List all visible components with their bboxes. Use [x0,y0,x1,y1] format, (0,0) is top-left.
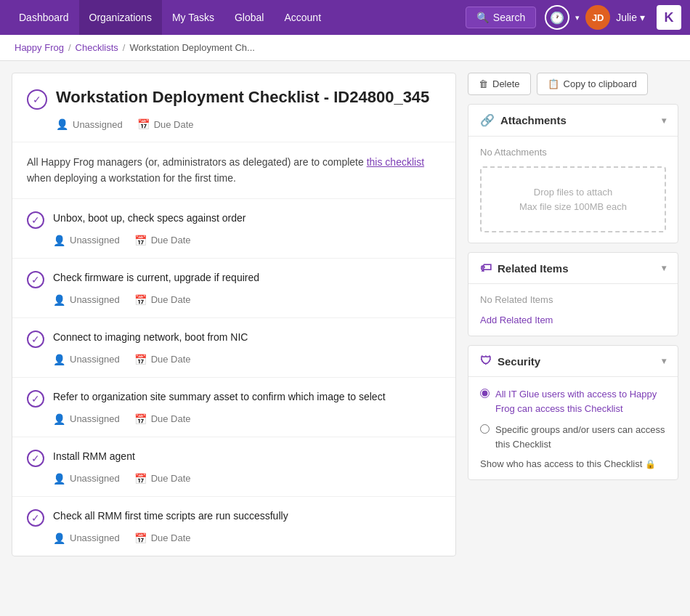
add-related-item-link[interactable]: Add Related Item [480,315,553,325]
top-navigation: Dashboard Organizations My Tasks Global … [0,0,690,35]
item-check-6[interactable]: ✓ [27,509,44,527]
user-icon: 👤 [53,294,65,306]
item-assignee-label-4: Unassigned [70,413,120,424]
nav-dashboard[interactable]: Dashboard [9,0,79,35]
right-panel: 🗑 Delete 📋 Copy to clipboard 🔗 Attachmen… [468,73,678,489]
item-check-1[interactable]: ✓ [27,211,44,229]
attachments-header[interactable]: 🔗 Attachments ▾ [468,105,678,137]
copy-icon: 📋 [548,78,559,89]
item-assignee-3[interactable]: 👤 Unassigned [53,354,120,365]
title-row: ✓ Workstation Deployment Checklist - ID2… [27,88,441,110]
paperclip-icon: 🔗 [480,113,495,127]
item-due-4[interactable]: 📅 Due Date [134,413,191,425]
delete-label: Delete [492,78,520,89]
calendar-icon: 📅 [137,118,150,130]
item-due-label-5: Due Date [151,473,191,484]
search-button[interactable]: 🔍 Search [466,7,536,28]
item-assignee-6[interactable]: 👤 Unassigned [53,532,120,544]
checklist-meta: 👤 Unassigned 📅 Due Date [56,118,441,130]
user-icon: 👤 [56,118,68,130]
item-title-4: Refer to organization site summary asset… [53,389,441,402]
main-check-circle[interactable]: ✓ [27,89,47,110]
item-title-row: ✓ Install RMM agent [27,449,441,467]
item-assignee-1[interactable]: 👤 Unassigned [53,235,120,246]
item-title-row: ✓ Refer to organization site summary ass… [27,389,441,408]
item-due-label-2: Due Date [151,294,191,305]
no-related-items-text: No Related Items [480,294,666,305]
tag-icon: 🏷 [480,262,492,275]
nav-account[interactable]: Account [274,0,331,35]
clock-button[interactable]: 🕐 [545,5,569,30]
security-chevron-icon: ▾ [662,356,666,366]
item-due-2[interactable]: 📅 Due Date [134,294,191,306]
nav-organizations[interactable]: Organizations [79,0,162,35]
drop-zone[interactable]: Drop files to attach Max file size 100MB… [480,166,666,232]
list-item: ✓ Unbox, boot up, check specs against or… [12,199,455,259]
security-radio-specific[interactable] [480,424,490,434]
clock-icon: 🕐 [550,11,564,25]
item-due-1[interactable]: 📅 Due Date [134,235,191,246]
security-option-specific: Specific groups and/or users can access … [480,423,666,451]
description-link[interactable]: this checklist [367,156,424,168]
item-due-label-6: Due Date [151,532,191,543]
item-meta-6: 👤 Unassigned 📅 Due Date [53,532,441,544]
item-check-5[interactable]: ✓ [27,450,44,467]
item-check-2[interactable]: ✓ [27,271,44,288]
user-display-name: Julie [616,12,637,23]
search-label: Search [493,12,525,23]
breadcrumb-sep-1: / [68,42,71,53]
meta-due-date[interactable]: 📅 Due Date [137,118,194,130]
meta-assignee[interactable]: 👤 Unassigned [56,118,123,130]
calendar-icon: 📅 [134,532,147,544]
item-assignee-label-5: Unassigned [70,473,120,484]
breadcrumb-sep-2: / [123,42,126,53]
copy-label: Copy to clipboard [564,78,637,89]
item-meta-1: 👤 Unassigned 📅 Due Date [53,235,441,246]
nav-global[interactable]: Global [224,0,274,35]
user-chevron-icon: ▾ [640,12,645,23]
breadcrumb-checklists[interactable]: Checklists [76,42,118,53]
item-meta-5: 👤 Unassigned 📅 Due Date [53,473,441,485]
item-title-2: Check firmware is current, upgrade if re… [53,270,441,283]
item-due-5[interactable]: 📅 Due Date [134,473,191,485]
security-option-specific-label[interactable]: Specific groups and/or users can access … [495,423,666,451]
item-check-4[interactable]: ✓ [27,390,44,408]
show-access-link[interactable]: Show who has access to this Checklist 🔒 [480,458,666,469]
related-items-title-row: 🏷 Related Items [480,262,569,275]
security-option-all-label[interactable]: All IT Glue users with access to Happy F… [495,387,666,416]
item-assignee-4[interactable]: 👤 Unassigned [53,413,120,425]
attachments-chevron-icon: ▾ [662,115,666,126]
clock-chevron: ▾ [575,13,580,23]
copy-to-clipboard-button[interactable]: 📋 Copy to clipboard [537,73,648,95]
calendar-icon: 📅 [134,294,147,306]
item-title-6: Check all RMM first time scripts are run… [53,508,441,522]
item-due-label-3: Due Date [151,354,191,365]
user-name-button[interactable]: Julie ▾ [616,12,645,23]
item-assignee-2[interactable]: 👤 Unassigned [53,294,120,306]
checklist-title: Workstation Deployment Checklist - ID248… [56,88,441,107]
item-check-3[interactable]: ✓ [27,331,44,348]
item-title-5: Install RMM agent [53,449,441,462]
due-date-label: Due Date [154,119,194,130]
user-icon: 👤 [53,235,65,246]
item-due-6[interactable]: 📅 Due Date [134,532,191,544]
security-header[interactable]: 🛡 Security ▾ [468,346,678,377]
related-items-section: 🏷 Related Items ▾ No Related Items Add R… [468,252,678,336]
lock-icon: 🔒 [645,459,656,469]
breadcrumb: Happy Frog / Checklists / Workstation De… [0,35,690,61]
checklist-panel: ✓ Workstation Deployment Checklist - ID2… [12,73,456,556]
search-icon: 🔍 [476,12,489,23]
security-radio-all[interactable] [480,389,490,398]
security-option-all: All IT Glue users with access to Happy F… [480,387,666,416]
item-title-row: ✓ Check all RMM first time scripts are r… [27,508,441,527]
nav-my-tasks[interactable]: My Tasks [162,0,224,35]
delete-button[interactable]: 🗑 Delete [468,73,531,95]
security-body: All IT Glue users with access to Happy F… [468,377,678,479]
user-icon: 👤 [53,354,65,365]
breadcrumb-happy-frog[interactable]: Happy Frog [15,42,64,53]
item-due-label-1: Due Date [151,235,191,246]
related-items-header[interactable]: 🏷 Related Items ▾ [468,253,678,284]
item-due-3[interactable]: 📅 Due Date [134,354,191,365]
trash-icon: 🗑 [479,78,488,89]
item-assignee-5[interactable]: 👤 Unassigned [53,473,120,485]
